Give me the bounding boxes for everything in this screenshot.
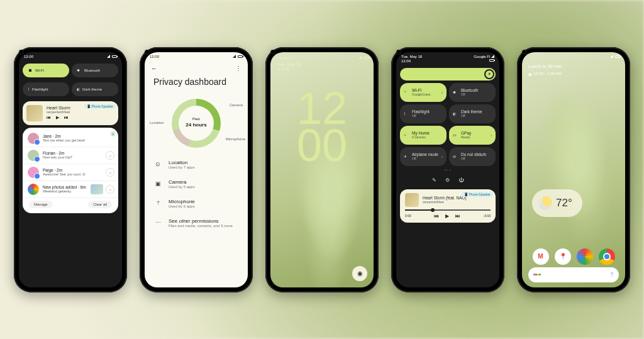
bluetooth-icon: ✱ <box>77 68 82 73</box>
play-icon[interactable]: ▶ <box>56 115 59 120</box>
notification-item[interactable]: Florian · 2mHow was your trip? ⌄ <box>23 147 118 164</box>
status-bar: 12:00 <box>145 52 248 61</box>
expand-icon[interactable]: ⌄ <box>106 185 114 194</box>
media-time-remaining: -3:03 <box>484 214 491 218</box>
media-card[interactable]: 📱 Phone Speaker Heart Storm serpentwithf… <box>23 101 118 125</box>
calendar-icon: ▦ <box>528 72 532 76</box>
media-artist: serpentwithfeet <box>47 110 114 114</box>
media-card[interactable]: 📱 Phone Speaker Heart Storm (feat. NAO)s… <box>400 189 496 223</box>
status-bar: Google Fi <box>270 52 374 61</box>
prev-icon[interactable]: ⏮ <box>47 115 51 120</box>
flashlight-icon: ⌇ <box>404 111 409 116</box>
avatar <box>28 150 39 161</box>
chevron-right-icon[interactable]: › <box>491 133 492 137</box>
weather-widget[interactable]: 72° <box>532 189 582 217</box>
status-time: 12:00 <box>150 55 159 58</box>
phone-privacy-dashboard: 12:00 ← ⋮ Privacy dashboard Camera Micro… <box>140 47 253 292</box>
app-badge-icon <box>34 156 40 162</box>
media-progress[interactable] <box>405 209 491 211</box>
notification-item[interactable]: Jane · 2mText me when you get here! 2 <box>23 130 118 147</box>
camera-icon: ▣ <box>153 179 162 188</box>
phone-homescreen: Lunch in 30 min ▦12:30 – 1:00 PM 72° M 📍… <box>517 47 630 292</box>
photos-icon[interactable] <box>577 248 593 265</box>
qs-flashlight[interactable]: ⌇Flashlight <box>23 82 69 96</box>
search-bar[interactable]: ⍑ <box>528 267 619 282</box>
app-badge-icon <box>34 173 40 179</box>
prev-icon[interactable]: ⏮ <box>434 213 439 219</box>
permission-row-location[interactable]: ⊙LocationUsed by 7 apps <box>153 155 239 174</box>
album-art <box>405 193 419 207</box>
qs-airplane[interactable]: ✈Airplane modeOff› <box>400 147 447 166</box>
wifi-icon: ⌔ <box>404 90 409 95</box>
battery-icon <box>112 55 117 58</box>
qs-home[interactable]: ⌂My Home4 Devices <box>400 126 447 145</box>
clear-all-button[interactable]: Clear all <box>88 201 112 208</box>
permission-row-other[interactable]: ⋯See other permissionsFiles and media, c… <box>153 213 239 233</box>
qs-wifi[interactable]: Wi-Fi <box>23 64 69 77</box>
settings-icon[interactable]: ⚙ <box>445 177 450 183</box>
qs-flashlight[interactable]: ⌇FlashlightOff <box>400 104 447 123</box>
output-chip[interactable]: 📱 Phone Speaker <box>462 192 493 197</box>
camera-shortcut-button[interactable]: ◉ <box>352 266 367 281</box>
qs-bluetooth[interactable]: ✱BluetoothOff <box>449 83 496 102</box>
dark-theme-icon: ◐ <box>453 111 458 116</box>
power-icon[interactable]: ⏻ <box>458 177 464 183</box>
qs-dark-theme[interactable]: ◐Dark themeOff <box>449 104 496 123</box>
mic-icon[interactable]: ⍑ <box>610 271 614 278</box>
brightness-slider[interactable]: ☀ <box>400 68 496 81</box>
status-time: 12:00 <box>24 55 33 58</box>
donut-label-location: Location <box>150 121 164 125</box>
gmail-icon[interactable]: M <box>533 248 549 265</box>
qs-bluetooth[interactable]: ✱Bluetooth <box>72 64 118 77</box>
qs-wifi[interactable]: ⌔Wi-FiGoogleGuest› <box>400 83 447 102</box>
expand-icon[interactable]: ⌄ <box>106 151 114 160</box>
app-dock: M 📍 <box>522 248 625 265</box>
status-date: Tue, May 18 <box>401 55 422 58</box>
status-time: 12:00 <box>401 59 411 63</box>
google-icon <box>533 274 541 275</box>
permission-row-microphone[interactable]: ⍑MicrophoneUsed by 6 apps <box>153 194 239 213</box>
donut-label-camera: Camera <box>230 103 243 107</box>
next-icon[interactable]: ⏭ <box>455 213 460 219</box>
chevron-right-icon[interactable]: › <box>441 90 443 94</box>
weather-icon <box>538 196 552 210</box>
usage-donut-chart: Past24 hours <box>172 99 221 148</box>
output-chip[interactable]: 📱 Phone Speaker <box>84 104 116 109</box>
front-camera-hole <box>396 50 401 55</box>
chrome-icon[interactable] <box>599 248 615 265</box>
signal-icon <box>233 55 236 58</box>
more-icon[interactable]: ⋮ <box>235 65 242 72</box>
edit-icon[interactable]: ✎ <box>432 177 436 183</box>
gpay-icon: ▭ <box>453 133 458 138</box>
mic-icon: ⍑ <box>153 199 162 208</box>
qs-dnd[interactable]: ⊖Do not disturbOff <box>449 147 496 166</box>
back-icon[interactable]: ← <box>151 65 157 72</box>
front-camera-hole <box>19 50 24 55</box>
page-indicator: • ○ ○ <box>396 166 499 174</box>
count-badge: 2 <box>110 131 116 136</box>
app-badge-icon <box>34 139 40 145</box>
next-icon[interactable]: ⏭ <box>64 115 69 120</box>
notification-item[interactable]: New photos added · 6mWeekend getaway ⌄ <box>23 181 118 198</box>
airplane-icon: ✈ <box>404 154 409 159</box>
qs-dark-theme[interactable]: ◐Dark theme <box>72 82 118 96</box>
brightness-icon: ☀ <box>484 69 494 79</box>
expand-icon[interactable]: ⌄ <box>106 168 114 177</box>
page-title: Privacy dashboard <box>145 75 248 92</box>
bluetooth-icon: ✱ <box>453 90 458 95</box>
notification-item[interactable]: Paige · 2mAwesome! See you soon :D ⌄ <box>23 164 118 181</box>
maps-icon[interactable]: 📍 <box>555 248 571 265</box>
flashlight-icon: ⌇ <box>28 87 30 91</box>
battery-icon <box>615 55 620 58</box>
play-icon[interactable]: ▶ <box>445 213 449 219</box>
manage-button[interactable]: Manage <box>29 201 53 208</box>
front-camera-hole <box>145 50 150 55</box>
at-a-glance-title[interactable]: Lunch in 30 min <box>522 61 625 72</box>
qs-gpay[interactable]: ▭GPayReady› <box>449 126 496 145</box>
battery-icon <box>489 59 494 62</box>
permission-row-camera[interactable]: ▣CameraUsed by 5 apps <box>153 174 239 194</box>
front-camera-hole <box>270 50 275 55</box>
battery-icon <box>238 55 243 58</box>
avatar <box>28 133 39 144</box>
chevron-right-icon[interactable]: › <box>441 154 443 158</box>
